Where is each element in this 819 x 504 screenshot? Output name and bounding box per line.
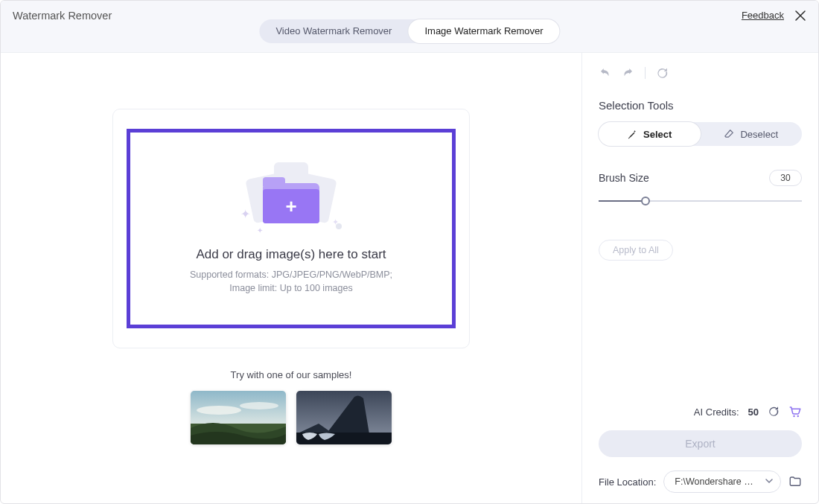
plus-icon: + <box>285 197 296 216</box>
app-title: Watermark Remover <box>13 10 112 22</box>
undo-icon <box>599 66 612 80</box>
deselect-tool-button[interactable]: Deselect <box>701 122 803 146</box>
deselect-tool-label: Deselect <box>740 129 778 140</box>
select-tool-button[interactable]: Select <box>599 122 701 146</box>
dropzone-formats: Supported formats: JPG/JPEG/PNG/WebP/BMP… <box>190 268 392 281</box>
dropzone-heading: Add or drag image(s) here to start <box>196 247 386 262</box>
brush-size-label: Brush Size <box>599 172 649 184</box>
undo-button[interactable] <box>599 66 612 80</box>
brush-icon <box>627 129 637 139</box>
svg-point-2 <box>240 402 278 409</box>
samples-label: Try with one of our samples! <box>1 369 581 380</box>
mode-tabs: Video Watermark Remover Image Watermark … <box>259 19 559 43</box>
image-dropzone[interactable]: + ✦✦✦ Add or drag image(s) here to start… <box>127 129 456 328</box>
file-location-row: File Location: F:\Wondershare UniCon <box>599 470 802 493</box>
file-location-label: File Location: <box>599 476 656 488</box>
svg-point-7 <box>797 415 799 417</box>
redo-icon <box>621 66 634 80</box>
separator <box>645 67 646 79</box>
tab-image-watermark-remover[interactable]: Image Watermark Remover <box>408 19 559 43</box>
export-button[interactable]: Export <box>599 430 802 457</box>
close-button[interactable] <box>793 8 808 23</box>
select-tool-label: Select <box>643 129 672 140</box>
buy-credits-button[interactable] <box>788 405 802 418</box>
samples-row <box>1 391 581 444</box>
eraser-icon <box>724 129 734 139</box>
selection-tools-title: Selection Tools <box>599 99 802 112</box>
slider-thumb[interactable] <box>641 197 650 205</box>
feedback-link[interactable]: Feedback <box>742 10 784 21</box>
dropzone-limit: Image limit: Up to 100 images <box>190 281 392 295</box>
reset-button[interactable] <box>656 67 669 80</box>
folder-icon <box>788 475 802 488</box>
open-folder-button[interactable] <box>788 475 802 488</box>
redo-button[interactable] <box>621 66 634 80</box>
sample-image-1[interactable] <box>191 391 286 444</box>
file-location-select[interactable]: F:\Wondershare UniCon <box>663 470 781 493</box>
ai-credits-row: AI Credits: 50 <box>599 405 802 418</box>
apply-to-all-button[interactable]: Apply to All <box>599 240 673 261</box>
file-location-path: F:\Wondershare UniCon <box>675 476 759 487</box>
brush-size-value: 30 <box>769 170 802 186</box>
chevron-down-icon <box>765 476 773 487</box>
dropzone-subtext: Supported formats: JPG/JPEG/PNG/WebP/BMP… <box>190 268 392 295</box>
tab-video-watermark-remover[interactable]: Video Watermark Remover <box>259 19 408 43</box>
ai-credits-label: AI Credits: <box>694 406 739 418</box>
close-icon <box>795 10 806 21</box>
refresh-credits-button[interactable] <box>768 406 780 418</box>
main-area: + ✦✦✦ Add or drag image(s) here to start… <box>1 53 581 503</box>
svg-point-1 <box>197 406 241 415</box>
brush-size-slider[interactable] <box>599 194 802 208</box>
cart-icon <box>788 405 802 418</box>
side-panel: Selection Tools Select Deselect Brush Si… <box>581 53 818 503</box>
refresh-icon <box>768 406 780 418</box>
selection-tool-toggle: Select Deselect <box>599 122 802 146</box>
add-image-illustration: + ✦✦✦ <box>239 162 343 237</box>
dropzone-card: + ✦✦✦ Add or drag image(s) here to start… <box>112 109 470 348</box>
ai-credits-value: 50 <box>748 406 759 418</box>
svg-point-6 <box>793 415 794 417</box>
refresh-icon <box>656 67 669 80</box>
sample-image-2[interactable] <box>296 391 392 444</box>
title-bar: Watermark Remover Feedback Video Waterma… <box>1 1 818 53</box>
history-controls <box>599 66 802 80</box>
